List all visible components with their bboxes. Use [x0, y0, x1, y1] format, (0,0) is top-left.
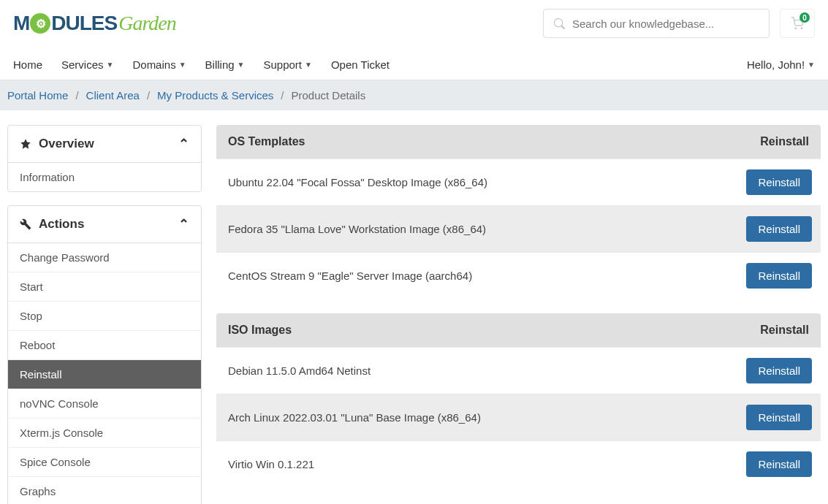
nav-label: Home	[13, 58, 42, 71]
sidebar-item-xterm-js-console[interactable]: Xterm.js Console	[8, 419, 201, 448]
sidebar-item-reinstall[interactable]: Reinstall	[8, 360, 201, 389]
nav-label: Domains	[132, 58, 175, 71]
breadcrumb-portal-home[interactable]: Portal Home	[7, 89, 68, 102]
sidebar-item-novnc-console[interactable]: noVNC Console	[8, 389, 201, 419]
nav-label: Support	[263, 58, 302, 71]
search-icon	[554, 18, 565, 29]
sidebar-item-spice-console[interactable]: Spice Console	[8, 448, 201, 477]
chevron-up-icon: ⌃	[178, 216, 189, 232]
reinstall-button[interactable]: Reinstall	[746, 169, 812, 195]
breadcrumb-product-details: Product Details	[291, 89, 365, 102]
actions-title: Actions	[39, 217, 84, 232]
nav-home[interactable]: Home	[13, 50, 42, 80]
iso-action-header: Reinstall	[760, 324, 809, 337]
os-template-row: Ubuntu 22.04 "Focal Fossa" Desktop Image…	[216, 159, 821, 205]
iso-image-row: Debian 11.5.0 Amd64 NetinstReinstall	[216, 347, 821, 394]
sidebar-item-information[interactable]: Information	[8, 163, 201, 191]
sidebar-item-stop[interactable]: Stop	[8, 302, 201, 331]
search-input[interactable]	[572, 18, 769, 30]
caret-down-icon: ▼	[808, 61, 815, 69]
nav-open-ticket[interactable]: Open Ticket	[331, 50, 390, 80]
logo-text-1: M	[13, 12, 29, 35]
sidebar-item-change-password[interactable]: Change Password	[8, 243, 201, 272]
cart-button[interactable]: 0	[780, 9, 815, 38]
logo[interactable]: M DULES Garden	[13, 12, 176, 35]
star-icon	[20, 138, 31, 150]
chevron-up-icon: ⌃	[178, 136, 189, 152]
os-action-header: Reinstall	[760, 135, 809, 148]
overview-title: Overview	[39, 137, 94, 151]
caret-down-icon: ▼	[305, 61, 312, 69]
iso-image-name: Debian 11.5.0 Amd64 Netinst	[228, 364, 371, 377]
reinstall-button[interactable]: Reinstall	[746, 216, 812, 242]
overview-header[interactable]: Overview ⌃	[8, 126, 201, 163]
os-template-name: CentOS Stream 9 "Eagle" Server Image (aa…	[228, 270, 472, 282]
os-template-row: Fedora 35 "Llama Love" Workstation Image…	[216, 205, 821, 252]
nav-support[interactable]: Support ▼	[263, 50, 311, 80]
overview-panel: Overview ⌃ Information	[7, 125, 202, 192]
logo-gear-icon	[30, 13, 50, 34]
actions-panel: Actions ⌃ Change PasswordStartStopReboot…	[7, 205, 202, 504]
nav-label: Open Ticket	[331, 58, 390, 71]
svg-point-1	[801, 28, 802, 29]
nav-label: Billing	[205, 58, 235, 71]
greeting-text: Hello, John!	[747, 58, 805, 71]
cart-badge: 0	[799, 12, 810, 23]
reinstall-button[interactable]: Reinstall	[746, 451, 812, 477]
logo-text-2: DULES	[51, 12, 117, 35]
reinstall-button[interactable]: Reinstall	[746, 263, 812, 289]
iso-image-row: Virtio Win 0.1.221Reinstall	[216, 440, 821, 487]
sidebar-item-reboot[interactable]: Reboot	[8, 331, 201, 360]
os-template-name: Ubuntu 22.04 "Focal Fossa" Desktop Image…	[228, 176, 487, 188]
user-menu[interactable]: Hello, John! ▼	[747, 50, 815, 80]
breadcrumb: Portal Home/Client Area/My Products & Se…	[0, 80, 828, 110]
breadcrumb-separator: /	[147, 89, 150, 102]
actions-header[interactable]: Actions ⌃	[8, 206, 201, 243]
reinstall-button[interactable]: Reinstall	[746, 405, 812, 430]
nav-services[interactable]: Services ▼	[61, 50, 113, 80]
breadcrumb-client-area[interactable]: Client Area	[86, 89, 140, 102]
os-templates-header: OS Templates	[228, 135, 305, 148]
reinstall-button[interactable]: Reinstall	[746, 358, 812, 383]
iso-images-header: ISO Images	[228, 324, 292, 337]
os-template-row: CentOS Stream 9 "Eagle" Server Image (aa…	[216, 252, 821, 299]
os-templates-table: OS Templates Reinstall Ubuntu 22.04 "Foc…	[216, 125, 821, 299]
svg-point-0	[795, 28, 797, 29]
search-box[interactable]	[543, 9, 770, 38]
navbar: HomeServices ▼Domains ▼Billing ▼Support …	[0, 50, 828, 80]
nav-label: Services	[61, 58, 104, 71]
breadcrumb-my-products-services[interactable]: My Products & Services	[157, 89, 273, 102]
sidebar-item-start[interactable]: Start	[8, 272, 201, 302]
caret-down-icon: ▼	[107, 61, 114, 69]
caret-down-icon: ▼	[238, 61, 245, 69]
nav-domains[interactable]: Domains ▼	[132, 50, 186, 80]
breadcrumb-separator: /	[75, 89, 78, 102]
iso-image-row: Arch Linux 2022.03.01 "Luna" Base Image …	[216, 394, 821, 440]
sidebar-item-graphs[interactable]: Graphs	[8, 477, 201, 504]
iso-image-name: Arch Linux 2022.03.01 "Luna" Base Image …	[228, 411, 481, 424]
caret-down-icon: ▼	[179, 61, 186, 69]
breadcrumb-separator: /	[281, 89, 284, 102]
iso-image-name: Virtio Win 0.1.221	[228, 458, 314, 470]
iso-images-table: ISO Images Reinstall Debian 11.5.0 Amd64…	[216, 313, 821, 487]
wrench-icon	[20, 218, 31, 230]
os-template-name: Fedora 35 "Llama Love" Workstation Image…	[228, 223, 486, 235]
logo-garden: Garden	[118, 12, 176, 35]
nav-billing[interactable]: Billing ▼	[205, 50, 245, 80]
